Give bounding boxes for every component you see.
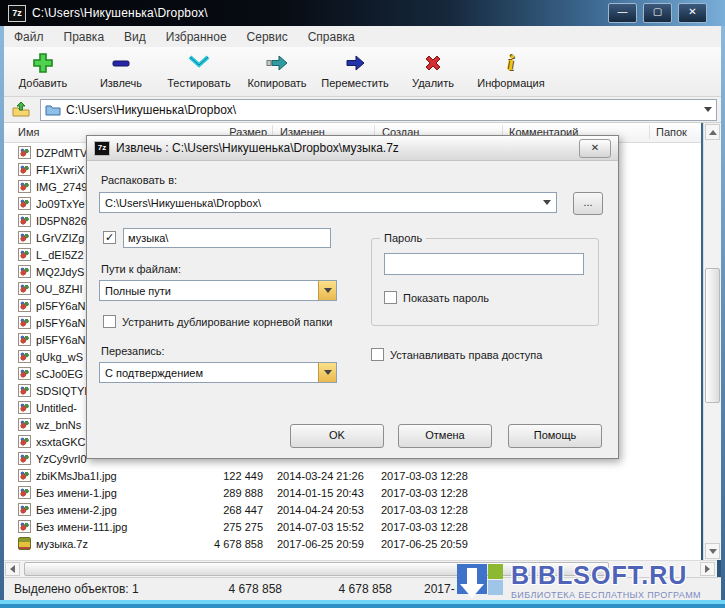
file-name: Без имени-111.jpg — [36, 521, 191, 533]
table-row[interactable]: музыка.7z 4 678 858 2017-06-25 20:59 201… — [4, 535, 701, 552]
file-type-icon — [18, 435, 31, 448]
file-type-icon — [18, 367, 31, 380]
file-type-icon — [18, 282, 31, 295]
file-modified: 2014-04-24 20:53 — [277, 504, 373, 516]
table-row[interactable]: Без имени-2.jpg 268 447 2014-04-24 20:53… — [4, 501, 701, 518]
download-logo-icon — [455, 562, 511, 608]
menu-bar: Файл Правка Вид Избранное Сервис Справка — [4, 26, 721, 48]
test-label: Тестировать — [167, 77, 231, 89]
menu-view[interactable]: Вид — [114, 26, 156, 47]
folder-up-icon — [11, 101, 31, 119]
ok-button[interactable]: OK — [290, 424, 384, 448]
status-selected: Выделено объектов: 1 — [14, 582, 139, 596]
menu-file[interactable]: Файл — [4, 26, 54, 47]
table-row[interactable]: Без имени-1.jpg 289 888 2014-01-15 20:43… — [4, 484, 701, 501]
folder-icon — [45, 103, 61, 117]
address-path: C:\Users\Никушенька\Dropbox\ — [66, 103, 236, 117]
parent-folder-button[interactable] — [8, 100, 34, 120]
help-button[interactable]: Помощь — [508, 424, 602, 448]
column-name[interactable]: Имя — [18, 126, 39, 138]
overwrite-dropdown-button[interactable] — [318, 363, 336, 382]
file-created: 2017-03-03 12:28 — [381, 521, 477, 533]
paths-dropdown-button[interactable] — [318, 281, 336, 300]
status-size-total: 4 678 858 — [194, 582, 282, 596]
extract-path-value: C:\Users\Никушенька\Dropbox\ — [105, 197, 261, 209]
move-arrow-icon — [343, 51, 367, 75]
move-button[interactable]: Переместить — [316, 51, 394, 89]
file-type-icon — [18, 418, 31, 431]
maximize-button[interactable]: ▢ — [643, 3, 672, 23]
chevron-down-icon[interactable] — [704, 107, 712, 112]
column-folders[interactable]: Папок — [656, 126, 687, 138]
paths-combobox[interactable]: Полные пути — [99, 280, 337, 301]
file-type-icon — [18, 265, 31, 278]
copy-button[interactable]: Копировать — [238, 51, 316, 89]
subfolder-checkbox[interactable]: ✓ — [103, 231, 116, 244]
file-type-icon — [18, 486, 31, 499]
vertical-scrollbar[interactable] — [703, 123, 721, 560]
minimize-button[interactable]: — — [608, 3, 637, 23]
file-size: 275 275 — [191, 521, 263, 533]
file-type-icon — [18, 384, 31, 397]
menu-help[interactable]: Справка — [298, 26, 365, 47]
dialog-close-icon[interactable]: ✕ — [579, 139, 611, 158]
permissions-label: Устанавливать права доступа — [390, 349, 542, 361]
file-type-icon — [18, 520, 31, 533]
password-input[interactable] — [384, 253, 584, 275]
extract-label: Извлечь — [100, 77, 142, 89]
extract-button[interactable]: Извлечь — [82, 51, 160, 89]
add-plus-icon — [32, 51, 54, 75]
file-size: 4 678 858 — [191, 538, 263, 550]
file-type-icon — [18, 197, 31, 210]
toolbar: Добавить Извлечь Тестировать Копировать … — [4, 47, 721, 97]
delete-label: Удалить — [412, 77, 454, 89]
file-type-icon — [18, 248, 31, 261]
info-button[interactable]: i Информация — [472, 51, 550, 89]
menu-favorites[interactable]: Избранное — [156, 26, 237, 47]
file-name: музыка.7z — [36, 538, 191, 550]
status-size-selected: 4 678 858 — [304, 582, 392, 596]
file-type-icon — [18, 163, 31, 176]
menu-edit[interactable]: Правка — [54, 26, 115, 47]
chevron-down-icon[interactable] — [543, 200, 551, 205]
extract-to-label: Распаковать в: — [101, 174, 177, 186]
status-date: 2017- — [424, 582, 455, 596]
table-row[interactable]: zbiKMsJba1I.jpg 122 449 2014-03-24 21:26… — [4, 467, 701, 484]
vertical-scroll-thumb[interactable] — [705, 268, 720, 403]
show-password-checkbox[interactable] — [384, 291, 397, 304]
address-combobox[interactable]: C:\Users\Никушенька\Dropbox\ — [40, 99, 717, 121]
extract-path-combobox[interactable]: C:\Users\Никушенька\Dropbox\ — [99, 192, 557, 213]
file-type-icon — [18, 537, 31, 550]
add-button[interactable]: Добавить — [4, 51, 82, 89]
file-type-icon — [18, 316, 31, 329]
file-modified: 2017-06-25 20:59 — [277, 538, 373, 550]
scroll-up-icon[interactable] — [705, 124, 720, 140]
file-type-icon — [18, 231, 31, 244]
file-type-icon — [18, 214, 31, 227]
move-label: Переместить — [321, 77, 388, 89]
cancel-button[interactable]: Отмена — [398, 424, 492, 448]
overwrite-label: Перезапись: — [101, 345, 165, 357]
scroll-left-icon[interactable] — [5, 562, 20, 576]
file-type-icon — [18, 333, 31, 346]
dialog-titlebar[interactable]: 7z Извлечь : C:\Users\Никушенька\Dropbox… — [87, 136, 618, 161]
file-type-icon — [18, 180, 31, 193]
eliminate-checkbox[interactable] — [103, 315, 116, 328]
table-row[interactable]: Без имени-111.jpg 275 275 2014-07-03 15:… — [4, 518, 701, 535]
address-bar: C:\Users\Никушенька\Dropbox\ — [4, 97, 721, 123]
file-size: 122 449 — [191, 470, 263, 482]
file-modified: 2014-07-03 15:52 — [277, 521, 373, 533]
test-button[interactable]: Тестировать — [160, 51, 238, 89]
delete-button[interactable]: Удалить — [394, 51, 472, 89]
menu-tools[interactable]: Сервис — [237, 26, 298, 47]
overwrite-value: С подтверждением — [105, 367, 203, 379]
test-chevron-icon — [187, 51, 211, 75]
dialog-7zip-icon: 7z — [94, 141, 110, 156]
file-name: Без имени-2.jpg — [36, 504, 191, 516]
permissions-checkbox[interactable] — [371, 348, 384, 361]
scroll-down-icon[interactable] — [705, 543, 720, 559]
subfolder-input[interactable] — [123, 228, 331, 248]
close-button[interactable]: ✕ — [678, 3, 707, 23]
browse-button[interactable]: ... — [573, 192, 603, 215]
overwrite-combobox[interactable]: С подтверждением — [99, 362, 337, 383]
